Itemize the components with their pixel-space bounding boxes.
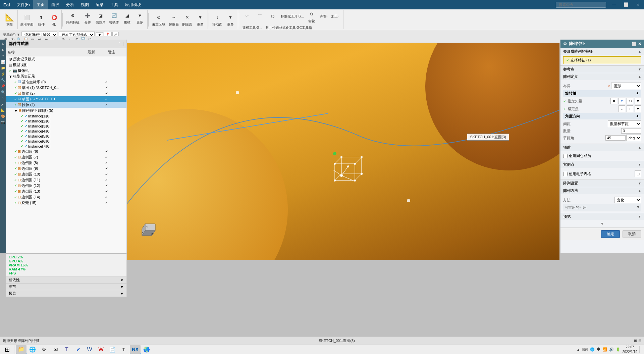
nav-extrude4[interactable]: ✓ ☑ 拉伸 (4) ✓ bbox=[6, 102, 126, 108]
accordion-det-header[interactable]: 细节 ▼ bbox=[6, 284, 126, 290]
nav-edge6[interactable]: ✓ ⊟ 边倒圆 (6) ✓ bbox=[6, 149, 126, 154]
delete-face-button[interactable]: ✕ 删除面 bbox=[181, 12, 194, 28]
more-move-button[interactable]: ▼ 更多 bbox=[224, 12, 236, 28]
array-def-title[interactable]: 阵列定义 ▲ bbox=[560, 73, 644, 80]
draft-button[interactable]: ◢ 拔模 bbox=[121, 10, 133, 26]
taskbar-mail-icon[interactable]: ✉ bbox=[50, 345, 61, 354]
clock[interactable]: 22:07 2022/1/19 bbox=[623, 345, 638, 354]
offset-region-button[interactable]: ⊙ 偏置区域 bbox=[151, 12, 167, 28]
taskbar-explorer-icon[interactable]: 📁 bbox=[16, 345, 26, 354]
ok-button[interactable]: 确定 bbox=[601, 230, 620, 238]
array-settings-title[interactable]: 阵列设置 ▼ bbox=[560, 180, 644, 187]
taskbar-edge-icon[interactable]: 🌐 bbox=[27, 345, 38, 354]
side-icon-14[interactable]: 📷 bbox=[0, 119, 6, 125]
menu-curve[interactable]: 曲线 bbox=[48, 0, 63, 9]
pitch-unit-select[interactable]: deg rad bbox=[626, 135, 641, 141]
nav-edge8[interactable]: ✓ ⊟ 边倒圆 (8) ✓ bbox=[6, 160, 126, 166]
spring-btn[interactable]: 弹簧· bbox=[319, 9, 329, 24]
taskbar-t-icon[interactable]: T bbox=[118, 345, 129, 354]
dim-format-btn[interactable]: 尺寸快速格式化工具·GC工具箱 bbox=[264, 25, 313, 31]
menu-tools[interactable]: 工具 bbox=[107, 0, 122, 9]
concentric-checkbox[interactable] bbox=[563, 154, 568, 158]
nav-edge11[interactable]: ✓ ⊟ 边倒圆 (11) ✓ bbox=[6, 177, 126, 183]
side-icon-11[interactable]: 🖋 bbox=[0, 101, 6, 107]
search-input[interactable] bbox=[556, 2, 606, 8]
nav-edge9[interactable]: ✓ ⊟ 边倒圆 (9) ✓ bbox=[6, 166, 126, 171]
reuse-ref-row[interactable]: 可重用的引用 ▼ bbox=[563, 204, 641, 211]
sketch-button[interactable]: 📐 草图 bbox=[3, 12, 16, 28]
count-input[interactable] bbox=[621, 128, 641, 134]
nav-model-views[interactable]: ▤ 模型视图 bbox=[6, 62, 126, 68]
panel-close-icon[interactable]: ✕ bbox=[638, 42, 641, 46]
move-face-button[interactable]: ↕ 移动面 bbox=[211, 12, 224, 28]
side-icon-5[interactable]: 📁 bbox=[0, 65, 6, 70]
curve-btn2[interactable]: ⌒ bbox=[254, 9, 266, 24]
side-icon-13[interactable]: 🎨 bbox=[0, 113, 6, 119]
side-icon-3[interactable]: ✦ bbox=[0, 53, 6, 58]
side-icon-9[interactable]: 🔍 bbox=[0, 89, 6, 95]
pt-btn-2[interactable]: + bbox=[627, 105, 633, 112]
angle-dir-header[interactable]: 角度方向 ▲ bbox=[563, 113, 641, 119]
std-tools-button[interactable]: 标准化工具·G... bbox=[279, 9, 305, 24]
taskbar-chrome-icon[interactable]: 🌏 bbox=[141, 345, 152, 354]
accordion-dep-header[interactable]: 相依性 ▼ bbox=[6, 277, 126, 283]
side-icon-10[interactable]: ℹ bbox=[0, 95, 6, 101]
side-icon-4[interactable]: 📊 bbox=[0, 59, 6, 64]
accordion-prev-header[interactable]: 预览 ▼ bbox=[6, 290, 126, 297]
menu-view[interactable]: 视图 bbox=[77, 0, 92, 9]
nav-edge10[interactable]: ✓ ⊟ 边倒圆 (10) ✓ bbox=[6, 171, 126, 177]
nav-inst3[interactable]: ✓ ↗ Instance[3][0] bbox=[6, 123, 126, 129]
nav-shell15[interactable]: ✓ ⊟ 旋壳 (15) ✓ bbox=[6, 200, 126, 206]
rotation-axis-header[interactable]: 旋转轴 ▲ bbox=[563, 90, 641, 97]
side-icon-6[interactable]: ⚡ bbox=[0, 71, 6, 77]
vec-btn-rotate[interactable]: ⟲ bbox=[627, 98, 633, 104]
taskbar-wps-icon[interactable]: W bbox=[96, 345, 106, 354]
parts-nav-expand[interactable]: ⬜ bbox=[119, 42, 124, 46]
pt-btn-1[interactable]: ⊕ bbox=[619, 105, 625, 112]
spacing-select[interactable]: 数量和节距 跨距和节距 bbox=[608, 120, 641, 127]
tray-ime-icon[interactable]: 中 bbox=[597, 347, 600, 352]
layout-select[interactable]: 圆形 线性 多边形 bbox=[611, 83, 641, 89]
nav-sketch3[interactable]: ✓ ☑ 草图 (3) *SKETCH_0... ✓ bbox=[6, 96, 126, 102]
curve-btn3[interactable]: ⬡ bbox=[267, 9, 279, 24]
nav-sketch1[interactable]: ✓ ☑ 草图 (1) *SKETCH_0... ✓ bbox=[6, 85, 126, 91]
tray-battery-icon[interactable]: 🔋 bbox=[616, 347, 621, 352]
start-button[interactable]: ⊞ bbox=[0, 345, 14, 354]
build-tools-btn[interactable]: 建模工具·G... bbox=[241, 25, 264, 31]
merge-button[interactable]: ➕ 合并 bbox=[82, 10, 94, 26]
nav-inst4[interactable]: ✓ ↗ Instance[4][0] bbox=[6, 129, 126, 134]
array-method-title[interactable]: 阵列方法 ▲ bbox=[560, 187, 644, 194]
vec-btn-x[interactable]: ✕ bbox=[610, 98, 617, 104]
cancel-button[interactable]: 取消 bbox=[623, 230, 641, 238]
hole-button[interactable]: ⭕ 孔 bbox=[48, 12, 60, 27]
side-icon-1[interactable]: ⚙ bbox=[0, 41, 6, 46]
taskbar-pdf-icon[interactable]: 📄 bbox=[107, 345, 118, 354]
side-icon-12[interactable]: 📐 bbox=[0, 107, 6, 113]
tray-wifi-icon[interactable]: 📶 bbox=[602, 347, 607, 352]
menu-home[interactable]: 主页 bbox=[33, 0, 48, 9]
nav-camera[interactable]: ✓ 📷 摄像机 bbox=[6, 68, 126, 73]
side-icon-8[interactable]: 📌 bbox=[0, 83, 6, 89]
taskbar-nx-icon[interactable]: NX bbox=[130, 345, 141, 354]
base-plane-button[interactable]: ⬜ 基准平面 bbox=[19, 12, 35, 27]
preview-title[interactable]: 预览 ▼ bbox=[560, 213, 644, 220]
array-feat-button[interactable]: ⚙ 阵列特征 bbox=[65, 10, 81, 26]
tray-network-icon[interactable]: 🌐 bbox=[590, 347, 595, 352]
nav-edge13[interactable]: ✓ ⊟ 边倒圆 (13) ✓ bbox=[6, 189, 126, 194]
taskbar-word-icon[interactable]: W bbox=[84, 345, 95, 354]
minimize-button[interactable]: — bbox=[608, 0, 620, 9]
gear-btn[interactable]: ⚙齿轮· bbox=[306, 9, 318, 24]
tray-keyboard-icon[interactable]: ⌨ bbox=[582, 347, 588, 352]
side-icon-7[interactable]: 🔧 bbox=[0, 77, 6, 83]
nav-model-history[interactable]: ▼ 模型历史记录 bbox=[6, 73, 126, 79]
replace-face-button[interactable]: ↔ 替换面 bbox=[167, 12, 180, 28]
nav-base-coord[interactable]: ✓ ☑ 基准坐标系 (0) ✓ bbox=[6, 79, 126, 85]
maximize-button[interactable]: ⬜ bbox=[620, 0, 632, 9]
nav-inst1[interactable]: ✓ ↗ Instance[1][0] bbox=[6, 113, 126, 118]
nav-history-mode[interactable]: ⏱ 历史记录模式 bbox=[6, 56, 126, 62]
ref-point-title[interactable]: 参考点 ▼ bbox=[560, 66, 644, 73]
method-select[interactable]: 变化 简单 bbox=[614, 197, 641, 203]
spreadsheet-checkbox[interactable] bbox=[563, 172, 568, 176]
taskbar-settings-icon[interactable]: ⚙ bbox=[39, 345, 49, 354]
side-icon-2[interactable]: ▶ bbox=[0, 47, 6, 52]
